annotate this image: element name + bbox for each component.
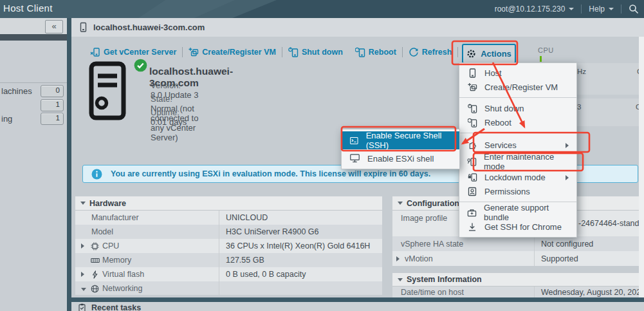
divider (0, 82, 67, 83)
table-row-cpu: CPU 36 CPUs x Intel(R) Xeon(R) Gold 6416… (75, 239, 382, 253)
help-menu[interactable]: Help (589, 5, 614, 14)
table-row-vsphere-ha: vSphere HA state Not configured (392, 236, 639, 251)
field-label: State: (151, 94, 212, 104)
hardware-panel: Hardware Manufacturer UNICLOUD Model H3C… (75, 196, 382, 295)
menu-item-label: Generate support bundle (484, 203, 569, 222)
menu-item-enter-maintenance-mode[interactable]: Enter maintenance mode (459, 153, 576, 170)
banner-text: You are currently using ESXi in evaluati… (111, 169, 430, 178)
plus-vm-icon (468, 82, 477, 92)
sidebar-item-networking[interactable]: ing 1 (0, 112, 67, 126)
table-row-vmotion: vMotion Supported (392, 251, 639, 266)
get-vcenter-server-button[interactable]: Get vCenter Server (90, 47, 176, 57)
row-label: Model (91, 227, 113, 236)
table-row-networking: Networking (75, 281, 382, 295)
gear-icon (466, 49, 476, 59)
menu-item-label: Lockdown mode (484, 173, 546, 182)
menu-item-host[interactable]: Host (459, 66, 576, 80)
row-value: Wednesday, August 20, 2025, 09: (534, 287, 639, 297)
plus-vm-icon (189, 47, 199, 57)
chevron-down-icon (80, 202, 86, 205)
submenu-item-label: Enable ESXi shell (367, 154, 434, 164)
sidebar-item-label: lachines (1, 86, 32, 96)
menu-item-reboot[interactable]: Reboot (459, 115, 576, 129)
services-icon (468, 140, 477, 150)
table-row-memory: Memory 127.55 GB (75, 253, 382, 267)
row-label: Manufacturer (91, 213, 139, 222)
menu-item-get-ssh-for-chrome[interactable]: Get SSH for Chrome (459, 220, 576, 234)
chevron-right-icon[interactable] (396, 256, 400, 261)
search-icon[interactable] (629, 4, 639, 14)
navigator-header: « (0, 18, 67, 35)
menu-item-label: Shut down (484, 104, 524, 113)
row-value: Not configured (534, 236, 639, 251)
menu-item-permissions[interactable]: Permissions (459, 184, 576, 198)
chevron-down-icon (609, 8, 614, 10)
menu-item-create-register-vm[interactable]: Create/Register VM (459, 80, 576, 94)
recent-tasks-bar[interactable]: Recent tasks (71, 297, 644, 311)
menu-item-generate-support-bundle[interactable]: Generate support bundle (459, 205, 576, 220)
divider (621, 5, 621, 14)
sidebar-item-storage[interactable]: 1 (0, 99, 67, 112)
row-value: Supported (534, 251, 639, 266)
info-icon (91, 169, 102, 180)
cpu-stat-label: CPU (538, 46, 554, 54)
divider (182, 47, 183, 57)
hardware-panel-header[interactable]: Hardware (75, 196, 382, 211)
host-icon (78, 22, 88, 33)
system-info-panel-header[interactable]: System Information (392, 273, 639, 287)
row-label: vMotion (405, 254, 433, 263)
row-value (219, 281, 382, 295)
chevron-right-icon[interactable] (81, 272, 84, 277)
table-row-model: Model H3C UniServer R4900 G6 (75, 225, 382, 239)
row-label: Virtual flash (102, 270, 144, 279)
user-name: root@10.12.175.230 (495, 5, 566, 14)
menu-item-services[interactable]: Services (459, 137, 576, 153)
row-value: 127.55 GB (219, 253, 382, 267)
app-header: Host Client root@10.12.175.230 Help (0, 0, 644, 18)
row-label: vSphere HA state (401, 240, 463, 249)
panel-title: System Information (407, 275, 482, 284)
refresh-button[interactable]: Refresh (409, 47, 452, 57)
button-label: Reboot (369, 48, 396, 57)
divider (581, 5, 582, 14)
count-badge: 1 (41, 99, 64, 111)
field-value: 0.01 days (151, 117, 187, 127)
host-summary: localhost.huawei-3com.com Version: 8.0 U… (87, 61, 128, 120)
vertical-scrollbar[interactable] (639, 37, 644, 298)
navigator-selected-row[interactable] (0, 34, 67, 41)
user-menu[interactable]: root@10.12.175.230 (495, 5, 575, 14)
stat-fragment: 3 (577, 103, 581, 111)
submenu-item-enable-esxi-shell[interactable]: Enable ESXi shell (342, 149, 459, 167)
breadcrumb-host-name[interactable]: localhost.huawei-3com.com (93, 23, 205, 32)
panel-divider (67, 18, 71, 311)
menu-divider (459, 133, 576, 133)
sidebar-item-virtual-machines[interactable]: lachines 0 (0, 84, 67, 98)
row-label: Networking (102, 284, 143, 293)
network-icon (91, 285, 99, 293)
services-submenu: Enable Secure Shell (SSH) Enable ESXi sh… (341, 129, 460, 169)
submenu-item-enable-ssh[interactable]: Enable Secure Shell (SSH) (342, 131, 459, 149)
power-icon (468, 104, 477, 113)
actions-button[interactable]: Actions (462, 44, 516, 64)
vcenter-host-icon (90, 47, 100, 57)
chevron-down-icon[interactable] (81, 288, 86, 291)
create-register-vm-button[interactable]: Create/Register VM (189, 47, 276, 57)
reboot-icon (355, 47, 365, 57)
reboot-button[interactable]: Reboot (355, 47, 396, 57)
reboot-icon (468, 118, 477, 127)
button-label: Get vCenter Server (104, 48, 176, 57)
chevron-right-icon[interactable] (81, 243, 84, 249)
menu-divider (459, 202, 576, 202)
collapse-sidebar-button[interactable]: « (45, 20, 63, 33)
divider (402, 47, 403, 57)
host-uptime-row: Uptime: 0.01 days (151, 108, 212, 127)
divider (457, 47, 458, 57)
host-icon (468, 68, 477, 78)
menu-item-shut-down[interactable]: Shut down (459, 101, 576, 115)
system-information-panel: System Information Date/time on host Wed… (392, 273, 639, 297)
menu-item-lockdown-mode[interactable]: Lockdown mode (459, 170, 576, 184)
chevron-down-icon (569, 8, 574, 10)
shut-down-button[interactable]: Shut down (288, 47, 343, 57)
row-label: CPU (102, 241, 119, 250)
table-row-manufacturer: Manufacturer UNICLOUD (75, 211, 382, 225)
